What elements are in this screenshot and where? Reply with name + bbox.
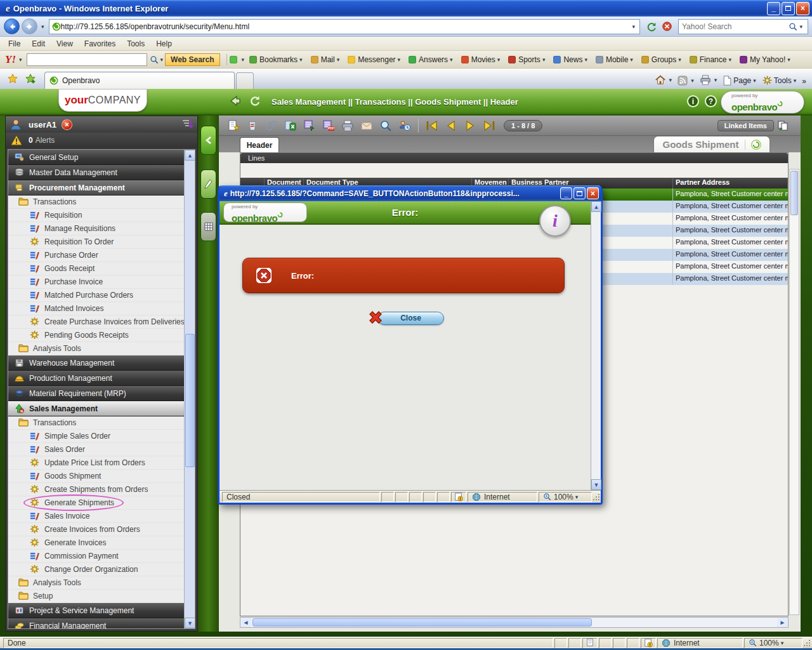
yahoo-item-messenger[interactable]: Messenger▾ bbox=[346, 54, 404, 65]
resize-grip[interactable] bbox=[592, 493, 599, 501]
forward-button[interactable] bbox=[22, 18, 37, 34]
dialog-titlebar[interactable]: e http://79.125.56.185/?Command=SAVE_BUT… bbox=[219, 185, 601, 201]
sidebar-item-goods-shipment[interactable]: Goods Shipment bbox=[8, 470, 184, 483]
menu-favorites[interactable]: Favorites bbox=[79, 38, 121, 50]
search-dropdown-icon[interactable]: ▾ bbox=[799, 23, 802, 30]
last-record-button[interactable] bbox=[481, 117, 497, 134]
sidebar-scrollbar[interactable]: ▲ ▼ bbox=[184, 150, 195, 628]
yahoo-item-answers[interactable]: Answers▾ bbox=[407, 54, 457, 65]
url-input[interactable] bbox=[61, 22, 631, 31]
sidebar-item-material-requirement-mrp[interactable]: Material Requirement (MRP) bbox=[8, 386, 184, 401]
scroll-up-icon[interactable]: ▲ bbox=[591, 201, 601, 212]
collapse-sidebar-button[interactable] bbox=[200, 126, 216, 155]
home-button[interactable]: ▾ bbox=[655, 74, 674, 86]
sidebar-item-generate-shipments[interactable]: Generate Shipments bbox=[8, 496, 184, 510]
browser-tab-openbravo[interactable]: Openbravo bbox=[44, 72, 235, 89]
minimize-button[interactable]: _ bbox=[767, 2, 780, 15]
magnifier-dropdown-icon[interactable]: ▾ bbox=[160, 56, 164, 63]
sidebar-item-matched-purchase-orders[interactable]: Matched Purchase Orders bbox=[8, 289, 184, 302]
scroll-thumb[interactable] bbox=[185, 334, 195, 467]
sidebar-item-matched-invoices[interactable]: Matched Invoices bbox=[8, 302, 184, 315]
tab-lines[interactable]: Lines bbox=[240, 153, 788, 163]
yahoo-logo-dropdown-icon[interactable]: ▾ bbox=[19, 56, 22, 63]
window-titlebar[interactable]: e Openbravo - Windows Internet Explorer … bbox=[0, 0, 812, 17]
dialog-scrollbar[interactable]: ▲ ▼ bbox=[591, 201, 601, 490]
yahoo-item-mobile[interactable]: Mobile▾ bbox=[594, 54, 637, 65]
avatar-icon[interactable] bbox=[230, 56, 237, 63]
yahoo-toolbar-search-input[interactable] bbox=[27, 53, 147, 66]
favorites-star-icon[interactable] bbox=[5, 71, 20, 86]
audit-button[interactable] bbox=[396, 117, 413, 134]
stop-button[interactable] bbox=[659, 19, 674, 34]
dialog-close-button[interactable]: × bbox=[587, 187, 599, 199]
menu-file[interactable]: File bbox=[3, 38, 26, 50]
close-x-icon[interactable] bbox=[366, 308, 385, 328]
sidebar-item-analysis-tools[interactable]: Analysis Tools bbox=[8, 342, 184, 355]
rss-button[interactable]: ▾ bbox=[678, 76, 696, 86]
export-pdf-button[interactable]: PDF bbox=[320, 117, 337, 134]
next-record-button[interactable] bbox=[462, 117, 478, 134]
new-tab-stub[interactable] bbox=[236, 72, 254, 89]
sidebar-item-transactions[interactable]: Transactions bbox=[8, 196, 184, 209]
privacy-alert-icon[interactable] bbox=[451, 492, 466, 502]
sidebar-item-create-purchase-invoices-from-deliveries[interactable]: Create Purchase Invoices from Deliveries bbox=[8, 315, 184, 329]
sidebar-item-purchase-order[interactable]: Purchase Order bbox=[8, 249, 184, 262]
scroll-down-icon[interactable]: ▼ bbox=[185, 618, 195, 628]
edit-mode-button[interactable] bbox=[200, 169, 216, 199]
sidebar-item-pending-goods-receipts[interactable]: Pending Goods Receipts bbox=[8, 329, 184, 342]
previous-record-button[interactable] bbox=[443, 117, 459, 134]
yahoo-item-mail[interactable]: Mail▾ bbox=[309, 54, 344, 65]
linked-items-button[interactable]: Linked Items bbox=[717, 119, 789, 132]
sidebar-item-purchase-invoice[interactable]: Purchase Invoice bbox=[8, 275, 184, 289]
sidebar-item-transactions[interactable]: Transactions bbox=[8, 416, 184, 430]
sidebar-item-financial-management[interactable]: Financial Management bbox=[8, 618, 184, 629]
sidebar-item-sales-management[interactable]: %Sales Management bbox=[8, 401, 184, 416]
back-button[interactable] bbox=[4, 18, 20, 34]
sidebar-item-requisition[interactable]: Requisition bbox=[8, 209, 184, 222]
scroll-thumb[interactable] bbox=[790, 171, 798, 215]
scroll-up-icon[interactable]: ▲ bbox=[185, 150, 195, 161]
column-header-partner-address[interactable]: Partner Address bbox=[673, 178, 788, 189]
copy-record-button[interactable] bbox=[301, 117, 318, 134]
alerts-bar[interactable]: 0 Alerts bbox=[6, 133, 197, 148]
sidebar-item-update-price-list-from-orders[interactable]: Update Price List from Orders bbox=[8, 456, 184, 470]
scroll-thumb[interactable] bbox=[252, 618, 592, 627]
sidebar-item-manage-requisitions[interactable]: Manage Requisitions bbox=[8, 222, 184, 235]
sidebar-item-master-data-management[interactable]: Master Data Management bbox=[8, 165, 184, 180]
scroll-right-icon[interactable]: ► bbox=[777, 618, 788, 627]
sidebar-item-production-management[interactable]: Production Management bbox=[8, 371, 184, 386]
refresh-button[interactable] bbox=[644, 19, 659, 34]
avatar-dropdown-icon[interactable]: ▾ bbox=[242, 56, 245, 63]
nav-back-icon[interactable] bbox=[228, 95, 242, 109]
yahoo-item-bookmarks[interactable]: Bookmarks▾ bbox=[247, 54, 306, 65]
address-dropdown-icon[interactable]: ▾ bbox=[632, 23, 635, 30]
sidebar-item-sales-invoice[interactable]: Sales Invoice bbox=[8, 510, 184, 523]
collapse-menu-icon[interactable] bbox=[181, 118, 193, 131]
zoom-control[interactable]: 100% ▾ bbox=[744, 638, 802, 648]
dialog-maximize-button[interactable] bbox=[573, 187, 586, 199]
search-button[interactable] bbox=[377, 117, 394, 134]
delete-button[interactable] bbox=[244, 117, 261, 134]
menu-view[interactable]: View bbox=[51, 38, 79, 50]
privacy-alert-icon[interactable] bbox=[641, 638, 656, 648]
sidebar-item-procurement-management[interactable]: Procurement Management bbox=[8, 180, 184, 196]
scroll-down-icon[interactable]: ▼ bbox=[591, 479, 601, 490]
resize-grip[interactable] bbox=[802, 639, 810, 647]
window-title-tab[interactable]: Goods Shipment bbox=[653, 136, 770, 152]
logout-icon[interactable]: × bbox=[62, 119, 72, 130]
sidebar-item-change-order-organization[interactable]: Change Order Organization bbox=[8, 563, 184, 576]
yahoo-item-groups[interactable]: Groups▾ bbox=[639, 54, 685, 65]
sidebar-item-commission-payment[interactable]: Commission Payment bbox=[8, 550, 184, 563]
toolbar-overflow-chevron[interactable]: » bbox=[802, 77, 806, 86]
nav-refresh-icon[interactable] bbox=[249, 95, 261, 109]
yahoo-item-news[interactable]: News▾ bbox=[551, 54, 591, 65]
zoom-dropdown-icon[interactable]: ▾ bbox=[781, 640, 784, 646]
yahoo-logo[interactable]: Y! bbox=[5, 53, 16, 66]
grid-mode-button[interactable] bbox=[200, 212, 216, 241]
add-favorite-icon[interactable] bbox=[23, 71, 38, 86]
scroll-left-icon[interactable]: ◄ bbox=[240, 618, 251, 627]
sidebar-item-requisition-to-order[interactable]: Requisition To Order bbox=[8, 235, 184, 249]
dialog-close-action-button[interactable]: Close bbox=[377, 312, 444, 325]
menu-edit[interactable]: Edit bbox=[26, 38, 51, 50]
sidebar-item-sales-order[interactable]: Sales Order bbox=[8, 443, 184, 456]
